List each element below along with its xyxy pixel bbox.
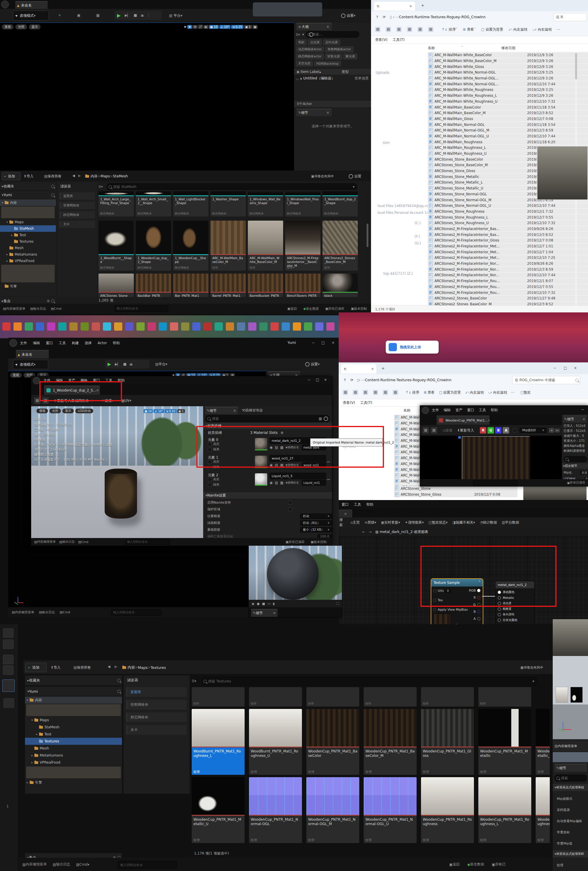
slot-manager-tab[interactable]: ⚒ 插槽管理器 [240,407,284,414]
column-name[interactable]: 名称 [428,46,435,51]
paste-icon[interactable] [396,27,401,32]
browse-icon[interactable]: ▤ [275,480,278,485]
rotate-tool-icon[interactable]: ⟳ [193,25,197,29]
tree-item-MetaHumans[interactable]: ▸MetaHumans [0,251,56,258]
texture-search-input[interactable] [564,456,587,462]
asset-tile-WoodenCup_PNTR_Mat1_Normal-OGL_U[interactable]: WoodenCup_PNTR_Mat1_Normal-OGL_U纹理 [364,777,416,843]
tree-item-StaMesh[interactable]: StaMesh [0,225,56,232]
console-input[interactable]: 输入控制台命令 [118,861,177,869]
file-row[interactable]: ARC_M-WallMain_Gloss2019/12/7 0:08 [428,116,588,122]
isolate-checkbox[interactable]: 隔离 [208,447,219,452]
console-input[interactable] [473,480,518,486]
asset-tile-partial[interactable]: 纹理 [249,687,302,706]
explorer-search-box[interactable]: 在 R [553,13,587,21]
menu-文件[interactable]: 文件 [43,378,51,383]
chevron-down-icon[interactable]: ▾ [353,185,355,189]
pin[interactable] [498,613,501,616]
menu-文件[interactable]: 文件 [432,408,439,413]
close-icon[interactable]: × [344,512,347,516]
cb-search-input[interactable]: 搜索 StaMesh▾ [107,183,357,190]
play-button[interactable]: ▶ [107,362,111,367]
menu-Actor[interactable]: Actor [98,341,107,345]
set-background-button[interactable]: ▢ 设置为背景 [481,27,503,32]
angle-snap-value[interactable]: ∠ 10° [154,409,164,413]
channel-R-button[interactable]: R [480,427,486,434]
file-row[interactable]: ARCStones_Stone_Normal-OGL_U2019/12/10 7… [428,203,588,209]
asset-tile-ARCStones2_Stones_BaseColor_M[interactable]: ARCStones2_Stones_BaseColor_M纹理 [322,221,358,271]
tree-item-StaMesh[interactable]: StaMesh [25,724,122,731]
console-input[interactable]: 输入控制台命令 [111,609,162,616]
filter-chip-2[interactable]: 静态网格体 [60,211,95,218]
stop-button[interactable]: ■ [123,362,127,366]
tree-item-VPRealFood[interactable]: ▸VPRealFood [25,759,122,766]
level-tab[interactable]: ▲未命名 [16,350,49,358]
menu-编辑[interactable]: 编辑 [56,378,63,383]
collision-button[interactable]: 碰撞 [104,398,112,403]
asset-tile-black[interactable]: black [322,274,358,297]
menu-帮助[interactable]: 帮助 [491,408,498,413]
asset-tile-WoodBurnt_PNTR_Mat1_Roughness_L[interactable]: WoodBurnt_PNTR_Mat1_Roughness_L纹理 [192,709,245,775]
crumb-Runtime[interactable]: Runtime [381,378,395,382]
asset-tile-WoodenCup_PNTR_Mat1_Normal-OGL_M[interactable]: WoodenCup_PNTR_Mat1_Normal-OGL_M纹理 [306,777,359,843]
channel-B-button[interactable]: B [495,427,501,434]
file-row[interactable]: ARC_M-WallMain White_Roughness_U2019/12/… [428,99,588,105]
crumb-Content[interactable]: Content [365,378,379,382]
compress-button[interactable]: 压缩 [445,428,452,433]
taskbar-icon-15[interactable] [170,322,178,331]
breadcrumb-item-0[interactable]: 内容 [91,174,98,179]
app-strip-icon-5[interactable] [3,698,14,708]
status-right-2[interactable]: ▣ 所有已保存 [325,307,344,311]
maximize-icon[interactable]: □ [316,378,319,382]
taskbar-icon-7[interactable] [81,322,89,331]
import-button[interactable]: ⬆ 导入 [51,664,71,671]
file-row[interactable]: ARCStones_Stone_Roughness2019/12/1 7:32 [428,209,588,215]
taskbar-icon-17[interactable] [192,322,200,331]
explorer-tab[interactable]: n× [374,2,415,10]
play-options-button[interactable]: ⋮ [147,13,150,17]
asset-tile-Bar_PNTR_Mat1[interactable]: Bar_PNTR_Mat1 [173,274,209,297]
toolbar-统计数据[interactable]: ◔ 统计数据 [480,520,497,525]
output-pin[interactable] [477,603,481,606]
scissors-icon[interactable] [343,390,348,395]
toolbar-主页[interactable]: ⌂ 主页 [351,520,360,525]
outliner-chip-1[interactable]: 点光源 [308,39,322,45]
favorites-row[interactable]: ▸ 收藏夹 [0,183,56,190]
asset-tile-BenchTavern_PNTR[interactable]: BenchTavern_PNTR [285,274,321,297]
use-selected-icon[interactable]: ◉ [270,480,273,485]
add-button[interactable]: ＋添加 [2,172,21,180]
crumb-Textures[interactable]: Textures [431,15,445,19]
tree-item-Test[interactable]: ▸Test [25,731,122,738]
app-strip-icon-4[interactable] [2,679,15,692]
mesh-asset-tab[interactable]: 1_WoodenCup_dup_2_S...× [44,386,100,395]
file-row[interactable]: ARC_M-WallMain White_Normal-OGL...2019/1… [428,81,588,87]
asset-tile-ARC_M-WallMain_White_BaseColor_M[interactable]: ARC_M-WallMain_White_BaseColor_M纹理 [248,221,283,271]
menu-帮助[interactable]: 帮助 [366,502,373,507]
taskbar-icon-8[interactable] [92,322,100,331]
asset-tile-1_WindowsWall_Final_Shape[interactable]: 1_WindowsWall_Final_Shape静态网格体 [285,191,321,217]
viewport-chip-0[interactable]: 透视 [36,409,48,413]
file-row[interactable]: ARCStones2_Stones_BaseColor_M2019/12/3 8… [428,301,588,305]
outliner-row-untitled[interactable]: ◡ ▲Untitled（编辑器）世界场景 [294,75,371,81]
rotate-left-button[interactable]: ⤺ 向左旋转 [509,27,528,32]
tab-close-icon[interactable]: × [409,4,412,8]
save-all-button[interactable]: ▤ 保存所有 [44,173,69,180]
close-icon[interactable]: × [488,418,490,422]
viewport-chip-1[interactable]: 光照 [15,24,27,29]
taskbar-icon-13[interactable] [148,322,156,331]
status-right-0[interactable]: ▣ 追踪 [287,307,297,311]
asset-tile-ARCStones_Stone[interactable]: ARCStones_Stone [98,274,134,297]
menu-1[interactable]: 工具(T) [360,400,373,406]
taskbar-icon-19[interactable] [215,322,223,331]
asset-tile-BackBar_PNTR[interactable]: BackBar_PNTR [136,274,171,297]
taskbar-icon-14[interactable] [159,322,167,331]
paste-icon[interactable] [363,390,368,395]
cb-search-input[interactable]: 搜索 Textures▾ [202,677,537,685]
outliner-search-input[interactable]: 搜索... [306,31,359,37]
sort-button[interactable]: ↑↓ 排序 [406,390,419,395]
tab-close-icon[interactable]: × [371,367,374,371]
checkbox[interactable] [208,483,212,487]
breadcrumb-item-1[interactable]: Maps [138,665,148,670]
rotate-right-button[interactable]: ⤻ 向右旋转 [533,27,552,32]
menu-工具[interactable]: 工具 [59,341,66,346]
slot-name-field[interactable]: Liquid_ncl1 [302,480,326,486]
